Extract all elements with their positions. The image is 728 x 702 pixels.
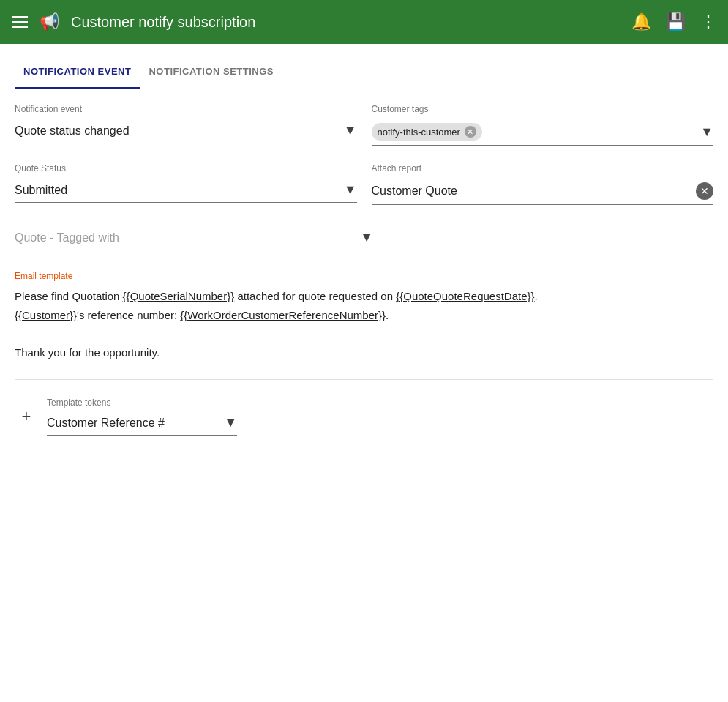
form-row-2: Quote Status Submitted ▼ Attach report C… <box>15 163 713 205</box>
quote-status-value: Submitted <box>15 184 344 197</box>
tagged-with-dropdown-icon: ▼ <box>360 230 373 245</box>
email-line1-suffix: . <box>535 290 538 302</box>
email-template-section: Email template Please find Quotation {{Q… <box>15 271 713 362</box>
template-tokens-section: + Template tokens Customer Reference # ▼ <box>15 397 713 436</box>
add-token-button[interactable]: + <box>15 405 38 428</box>
more-icon[interactable]: ⋮ <box>700 12 716 31</box>
token-quote-request-date: {{QuoteQuoteRequestDate}} <box>396 290 534 302</box>
notification-event-label: Notification event <box>15 104 357 114</box>
customer-tags-dropdown-icon: ▼ <box>700 124 713 140</box>
quote-status-group: Quote Status Submitted ▼ <box>15 163 357 205</box>
menu-icon[interactable] <box>12 16 28 28</box>
template-tokens-field[interactable]: Customer Reference # ▼ <box>47 411 237 436</box>
tab-notification-settings[interactable]: NOTIFICATION SETTINGS <box>140 56 282 89</box>
email-line4: Thank you for the opportunity. <box>15 346 160 359</box>
attach-report-label: Attach report <box>372 163 714 173</box>
form-row-1: Notification event Quote status changed … <box>15 104 713 146</box>
email-line1-middle: attached for quote requested on <box>234 290 396 302</box>
email-line2-middle: 's reference number: <box>77 309 180 321</box>
customer-tags-label: Customer tags <box>372 104 714 114</box>
attach-report-group: Attach report Customer Quote ✕ <box>372 163 714 205</box>
section-divider <box>15 379 713 380</box>
template-tokens-value: Customer Reference # <box>47 417 224 430</box>
notification-event-group: Notification event Quote status changed … <box>15 104 357 146</box>
page-title: Customer notify subscription <box>71 14 620 31</box>
app-header: 📢 Customer notify subscription 🔔 💾 ⋮ <box>0 0 728 44</box>
tag-text: notify-this-customer <box>378 127 460 138</box>
tagged-with-row: Quote - Tagged with ▼ <box>15 223 713 253</box>
tag-close-icon[interactable]: ✕ <box>465 126 476 138</box>
notification-event-value: Quote status changed <box>15 124 344 138</box>
template-tokens-label: Template tokens <box>47 397 237 408</box>
token-group: Template tokens Customer Reference # ▼ <box>47 397 237 436</box>
quote-status-field[interactable]: Submitted ▼ <box>15 178 357 203</box>
save-icon[interactable]: 💾 <box>666 12 686 31</box>
attach-report-field[interactable]: Customer Quote ✕ <box>372 178 714 205</box>
main-content: Notification event Quote status changed … <box>0 89 728 458</box>
token-customer: {{Customer}} <box>15 309 77 321</box>
token-quote-serial: {{QuoteSerialNumber}} <box>123 290 235 302</box>
tagged-with-value: Quote - Tagged with <box>15 231 360 244</box>
tagged-with-field[interactable]: Quote - Tagged with ▼ <box>15 223 373 253</box>
tag-chip: notify-this-customer ✕ <box>372 123 482 141</box>
bell-icon[interactable]: 🔔 <box>631 12 651 31</box>
quote-status-dropdown-icon: ▼ <box>344 182 357 198</box>
notification-event-dropdown-icon: ▼ <box>344 123 357 138</box>
quote-status-label: Quote Status <box>15 163 357 173</box>
email-line1-prefix: Please find Quotation <box>15 290 123 302</box>
token-work-order-ref: {{WorkOrderCustomerReferenceNumber}} <box>180 309 386 321</box>
email-line2-suffix: . <box>386 309 389 321</box>
customer-tags-group: Customer tags notify-this-customer ✕ ▼ <box>372 104 714 146</box>
attach-report-value: Customer Quote <box>372 184 697 198</box>
notification-event-field[interactable]: Quote status changed ▼ <box>15 119 357 143</box>
header-actions: 🔔 💾 ⋮ <box>631 12 716 31</box>
tabs-container: NOTIFICATION EVENT NOTIFICATION SETTINGS <box>0 56 728 89</box>
customer-tags-field[interactable]: notify-this-customer ✕ ▼ <box>372 119 714 146</box>
email-body: Please find Quotation {{QuoteSerialNumbe… <box>15 287 713 362</box>
megaphone-icon: 📢 <box>40 12 59 31</box>
attach-report-clear-icon[interactable]: ✕ <box>696 182 713 200</box>
template-tokens-dropdown-icon: ▼ <box>224 415 237 430</box>
email-template-label: Email template <box>15 271 713 281</box>
tab-notification-event[interactable]: NOTIFICATION EVENT <box>15 56 140 89</box>
